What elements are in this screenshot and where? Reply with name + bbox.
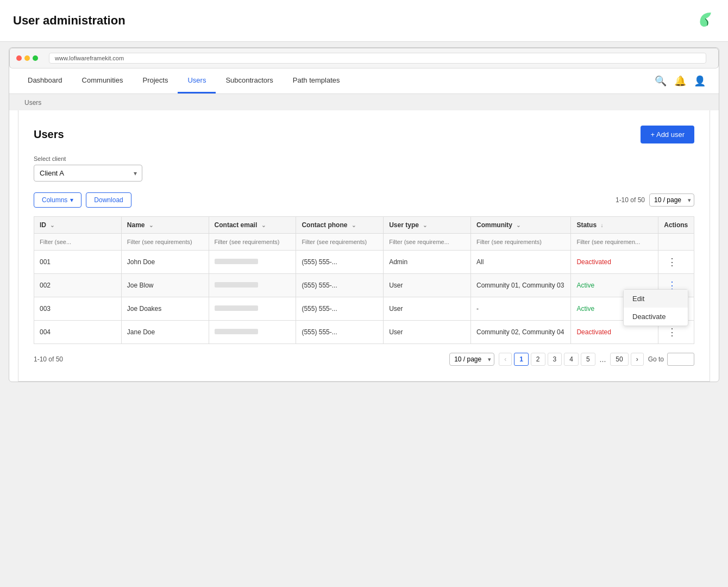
- filter-input-id[interactable]: [40, 239, 116, 245]
- toolbar-right: 1-10 of 50 10 / page 25 / page 50 / page: [616, 193, 694, 207]
- pagination-info-bottom: 1-10 of 50: [34, 355, 63, 363]
- table-header-row: ID ⌄ Name ⌄ Contact email ⌄ Contact ph: [34, 217, 694, 234]
- filter-row: [34, 234, 694, 251]
- browser-url[interactable]: www.lofiwareframekit.com: [49, 53, 706, 64]
- nav-link-dashboard[interactable]: Dashboard: [18, 68, 72, 93]
- redacted-email-4: [215, 329, 258, 334]
- filter-cell-name[interactable]: [121, 234, 209, 251]
- nav-link-users[interactable]: Users: [178, 68, 216, 93]
- client-select-label: Select client: [34, 155, 694, 162]
- nav-links: Dashboard Communities Projects Users Sub…: [18, 68, 350, 93]
- col-header-email[interactable]: Contact email ⌄: [209, 217, 296, 234]
- filter-cell-phone[interactable]: [296, 234, 384, 251]
- cell-email-3: [209, 297, 296, 321]
- nav-link-subcontractors[interactable]: Subcontractors: [216, 68, 283, 93]
- filter-cell-community[interactable]: [470, 234, 570, 251]
- page-btn-3[interactable]: 3: [548, 353, 562, 366]
- col-status-label: Status: [576, 221, 597, 229]
- search-icon-btn[interactable]: 🔍: [655, 75, 667, 87]
- browser-dots: [16, 55, 38, 61]
- table-row: 003 Joe Doakes (555) 555-... User - Acti…: [34, 297, 694, 321]
- redacted-email-3: [215, 305, 258, 311]
- add-user-button[interactable]: + Add user: [641, 126, 694, 143]
- pagination-ellipsis: ...: [598, 355, 608, 364]
- pagination-controls-area: 10 / page 25 / page 50 / page ‹ 1 2 3 4 …: [449, 353, 694, 366]
- toolbar-left: Columns ▾ Download: [34, 192, 131, 208]
- columns-button[interactable]: Columns ▾: [34, 192, 81, 208]
- prev-page-btn[interactable]: ‹: [499, 353, 512, 366]
- col-community-label: Community: [476, 221, 512, 229]
- filter-input-name[interactable]: [127, 239, 203, 245]
- page-btn-4[interactable]: 4: [564, 353, 579, 366]
- filter-input-email[interactable]: [215, 239, 291, 245]
- status-badge-4: Deactivated: [576, 328, 611, 336]
- pagination-section: 1-10 of 50 10 / page 25 / page 50 / page…: [34, 353, 694, 366]
- filter-cell-actions: [658, 234, 694, 251]
- col-header-user-type[interactable]: User type ⌄: [384, 217, 471, 234]
- page-btn-2[interactable]: 2: [531, 353, 545, 366]
- nav-link-projects[interactable]: Projects: [133, 68, 178, 93]
- breadcrumb-bar: Users: [9, 94, 719, 110]
- filter-cell-email[interactable]: [209, 234, 296, 251]
- cell-id-4: 004: [34, 321, 122, 344]
- cell-user-type-4: User: [384, 321, 471, 344]
- users-table: ID ⌄ Name ⌄ Contact email ⌄ Contact ph: [34, 216, 694, 344]
- col-header-status[interactable]: Status ↓: [571, 217, 658, 234]
- cell-user-type-2: User: [384, 274, 471, 297]
- nav-icons: 🔍 🔔 👤: [655, 75, 710, 87]
- nav-link-communities[interactable]: Communities: [72, 68, 133, 93]
- redacted-email-1: [215, 259, 258, 264]
- table-wrapper: ID ⌄ Name ⌄ Contact email ⌄ Contact ph: [34, 216, 694, 366]
- bell-icon-btn[interactable]: 🔔: [674, 75, 686, 87]
- per-page-select-top[interactable]: 10 / page 25 / page 50 / page: [649, 193, 694, 207]
- cell-name-2: Joe Blow: [121, 274, 209, 297]
- nav-link-path-templates[interactable]: Path templates: [283, 68, 350, 93]
- cell-name-4: Jane Doe: [121, 321, 209, 344]
- filter-cell-id[interactable]: [34, 234, 122, 251]
- filter-input-phone[interactable]: [302, 239, 378, 245]
- context-menu: Edit Deactivate: [623, 289, 688, 326]
- col-header-name[interactable]: Name ⌄: [121, 217, 209, 234]
- col-phone-label: Contact phone: [302, 221, 347, 229]
- filter-input-status[interactable]: [576, 239, 652, 245]
- col-user-type-sort-icon: ⌄: [423, 222, 427, 228]
- context-menu-item-edit[interactable]: Edit: [624, 290, 688, 308]
- browser-bar: www.lofiwareframekit.com: [9, 48, 719, 68]
- cell-community-4: Community 02, Community 04: [470, 321, 570, 344]
- col-header-phone[interactable]: Contact phone ⌄: [296, 217, 384, 234]
- main-content: Users + Add user Select client Client A …: [18, 110, 710, 382]
- cell-status-1: Deactivated: [571, 251, 658, 274]
- cell-user-type-1: Admin: [384, 251, 471, 274]
- page-btn-1[interactable]: 1: [514, 353, 529, 366]
- col-actions-label: Actions: [664, 221, 688, 229]
- context-menu-item-deactivate[interactable]: Deactivate: [624, 308, 688, 326]
- col-header-actions: Actions: [658, 217, 694, 234]
- col-header-community[interactable]: Community ⌄: [470, 217, 570, 234]
- filter-input-community[interactable]: [476, 239, 565, 245]
- cell-id-2: 002: [34, 274, 122, 297]
- filter-cell-user-type[interactable]: [384, 234, 471, 251]
- action-menu-btn-1[interactable]: ⋮: [664, 255, 680, 269]
- filter-input-user-type[interactable]: [389, 239, 465, 245]
- filter-cell-status[interactable]: [571, 234, 658, 251]
- page-header-row: Users + Add user: [34, 126, 694, 143]
- col-status-sort-icon: ↓: [600, 222, 603, 228]
- page-btn-5[interactable]: 5: [581, 353, 595, 366]
- goto-input[interactable]: [667, 353, 694, 366]
- client-select-wrapper: Client A Client B Client C: [34, 165, 142, 182]
- next-page-btn[interactable]: ›: [631, 353, 644, 366]
- per-page-wrapper-top: 10 / page 25 / page 50 / page: [649, 193, 694, 207]
- user-icon-btn[interactable]: 👤: [694, 75, 706, 87]
- page-btn-last[interactable]: 50: [610, 353, 628, 366]
- breadcrumb: Users: [24, 99, 41, 107]
- client-select[interactable]: Client A Client B Client C: [34, 165, 142, 182]
- download-button[interactable]: Download: [86, 192, 131, 208]
- cell-user-type-3: User: [384, 297, 471, 321]
- table-row: 001 John Doe (555) 555-... Admin All Dea…: [34, 251, 694, 274]
- cell-email-4: [209, 321, 296, 344]
- per-page-select-bottom[interactable]: 10 / page 25 / page 50 / page: [449, 353, 494, 366]
- action-menu-btn-4[interactable]: ⋮: [664, 325, 680, 339]
- status-badge-1: Deactivated: [576, 258, 611, 266]
- col-header-id[interactable]: ID ⌄: [34, 217, 122, 234]
- goto-section: Go to: [648, 353, 694, 366]
